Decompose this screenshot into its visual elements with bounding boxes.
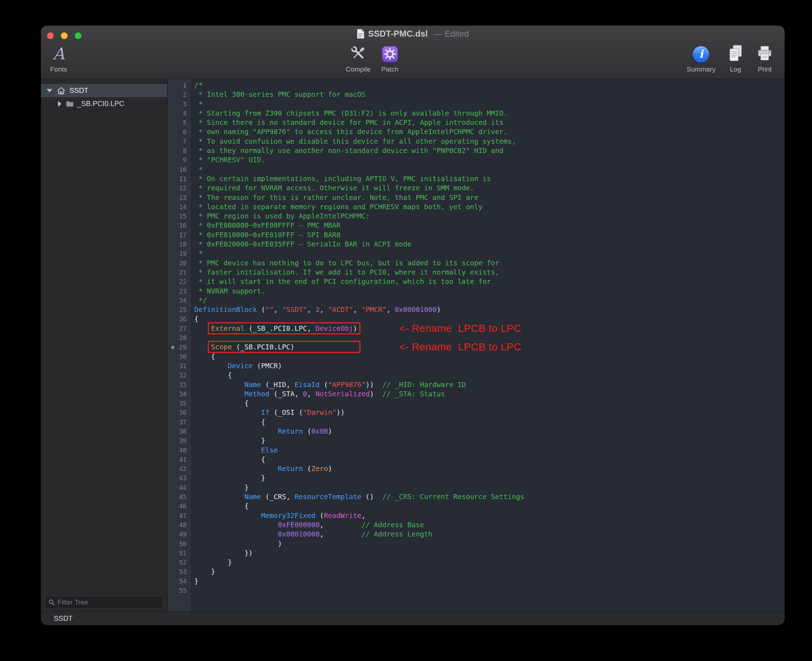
- line-number: 10: [168, 165, 187, 174]
- code-line[interactable]: * it will start in the end of PCI config…: [194, 277, 785, 286]
- code-token: "SSDT": [282, 306, 307, 314]
- code-token: (: [303, 465, 311, 473]
- code-token: /*: [194, 81, 203, 89]
- code-line[interactable]: {: [194, 455, 785, 464]
- code-line[interactable]: * Starting from Z390 chipsets PMC (D31:F…: [194, 109, 785, 118]
- summary-button[interactable]: i Summary: [687, 42, 716, 73]
- code-line[interactable]: Memory32Fixed (ReadWrite,: [194, 511, 785, 520]
- disclosure-down-icon[interactable]: [46, 89, 52, 93]
- code-token: Device: [228, 362, 253, 370]
- code-token: [194, 324, 211, 333]
- code-token: // Address Length: [324, 530, 432, 538]
- fonts-button[interactable]: A Fonts: [50, 42, 67, 73]
- disclosure-right-icon[interactable]: [58, 101, 62, 107]
- code-line[interactable]: [194, 586, 785, 595]
- code-token: ): [353, 324, 357, 333]
- sidebar: SSDT _SB.PCI0.LPC: [41, 79, 168, 612]
- code-line[interactable]: * "PCHRESV" UID.: [194, 155, 785, 165]
- code-line[interactable]: * located in separate memory regions and…: [194, 203, 785, 212]
- line-number: 21: [168, 268, 187, 277]
- code-line[interactable]: *: [194, 249, 785, 258]
- compile-tools-icon: [349, 44, 368, 62]
- code-line[interactable]: *: [194, 165, 785, 174]
- code-line[interactable]: {: [194, 371, 785, 380]
- code-line[interactable]: * PMC region is used by AppleIntelPCHPMC…: [194, 212, 785, 221]
- code-line[interactable]: * 0xFE000000~0xFE00FFFF — PMC MBAR: [194, 221, 785, 230]
- code-line[interactable]: {: [194, 399, 785, 408]
- code-line[interactable]: * Since there is no standard device for …: [194, 118, 785, 127]
- code-line[interactable]: * PMC device has nothing to do to LPC bu…: [194, 259, 785, 268]
- code-line[interactable]: */: [194, 296, 785, 305]
- code-line[interactable]: If (_OSI ("Darwin")): [194, 408, 785, 417]
- code-line[interactable]: 0xFE000000, // Address Base: [194, 520, 785, 530]
- code-line[interactable]: }): [194, 549, 785, 558]
- code-line[interactable]: Else: [194, 446, 785, 455]
- code-token: *: [194, 100, 203, 108]
- code-line[interactable]: }: [194, 567, 785, 576]
- code-token: * 0xFE010000~0xFE010FFF — SPI BAR0: [194, 231, 340, 239]
- patch-button[interactable]: Patch: [382, 42, 399, 73]
- code-line[interactable]: {: [194, 418, 785, 427]
- code-line[interactable]: 0x00010000, // Address Length: [194, 530, 785, 539]
- code-line[interactable]: * required for NVRAM access. Otherwise i…: [194, 184, 785, 193]
- code-line[interactable]: *: [194, 100, 785, 109]
- code-token: Method: [245, 390, 269, 398]
- code-line[interactable]: * To avoid confusion we disable this dev…: [194, 137, 785, 146]
- code-line[interactable]: }: [194, 577, 785, 586]
- code-line[interactable]: * 0xFE010000~0xFE010FFF — SPI BAR0: [194, 230, 785, 240]
- code-token: "PMCR": [361, 306, 387, 314]
- title-bar[interactable]: SSDT-PMC.dsl — Edited: [41, 26, 785, 42]
- code-token: (: [303, 427, 311, 436]
- line-number: 4: [168, 109, 187, 118]
- code-line[interactable]: }: [194, 483, 785, 492]
- line-number: 17: [168, 230, 187, 240]
- code-line[interactable]: {: [194, 352, 785, 361]
- line-number: 12: [168, 184, 187, 193]
- code-token: {: [194, 455, 265, 463]
- line-number: 3: [168, 100, 187, 109]
- code-line[interactable]: }: [194, 558, 785, 567]
- code-line[interactable]: * faster initialisation. If we add it to…: [194, 268, 785, 277]
- code-line[interactable]: Return (Zero): [194, 464, 785, 474]
- compile-button[interactable]: Compile: [346, 42, 371, 73]
- sidebar-item-sb-pci0-lpc[interactable]: _SB.PCI0.LPC: [41, 97, 167, 110]
- code-line[interactable]: Name (_CRS, ResourceTemplate () // _CRS:…: [194, 492, 785, 501]
- code-line[interactable]: * as they normally use another non-stand…: [194, 146, 785, 155]
- line-number: 37: [168, 418, 187, 427]
- code-token: {: [194, 353, 215, 361]
- code-token: NotSerialized: [316, 390, 370, 398]
- sidebar-item-ssdt[interactable]: SSDT: [41, 84, 167, 97]
- code-line[interactable]: DefinitionBlock ("", "SSDT", 2, "ACDT", …: [194, 305, 785, 315]
- code-line[interactable]: }: [194, 436, 785, 445]
- code-token: )): [365, 381, 374, 389]
- line-number: 13: [168, 193, 187, 203]
- line-number: 40: [168, 446, 187, 455]
- filter-tree-field[interactable]: [45, 596, 164, 609]
- code-line[interactable]: * 0xFE020000~0xFE035FFF — SerialIo BAR i…: [194, 240, 785, 249]
- line-number: 33: [168, 380, 187, 390]
- filter-tree-input[interactable]: [58, 599, 160, 606]
- print-button[interactable]: Print: [755, 42, 774, 73]
- code-token: * as they normally use another non-stand…: [194, 147, 504, 155]
- code-token: }: [194, 567, 215, 576]
- code-line[interactable]: ): [194, 539, 785, 549]
- code-token: ,: [320, 530, 324, 538]
- code-line[interactable]: * The reason for this is rather unclear.…: [194, 193, 785, 203]
- code-line[interactable]: /*: [194, 81, 785, 90]
- code-line[interactable]: Method (_STA, 0, NotSerialized) // _STA:…: [194, 390, 785, 399]
- line-number: 48: [168, 520, 187, 530]
- code-line[interactable]: * NVRAM support.: [194, 287, 785, 296]
- code-line[interactable]: * Intel 300-series PMC support for macOS: [194, 90, 785, 99]
- code-token: [194, 343, 211, 351]
- code-line[interactable]: Device (PMCR): [194, 361, 785, 371]
- code-line[interactable]: Name (_HID, EisaId ("APP9876")) // _HID:…: [194, 380, 785, 390]
- log-button[interactable]: Log: [726, 42, 745, 73]
- code-line[interactable]: }: [194, 474, 785, 483]
- code-token: If: [261, 409, 269, 417]
- code-line[interactable]: Return (0x0B): [194, 427, 785, 436]
- code-line[interactable]: * own naming "APP9876" to access this de…: [194, 127, 785, 137]
- line-number: 8: [168, 146, 187, 155]
- code-line[interactable]: {: [194, 501, 785, 511]
- code-line[interactable]: * On certain implementations, including …: [194, 174, 785, 184]
- code-token: (: [315, 512, 323, 520]
